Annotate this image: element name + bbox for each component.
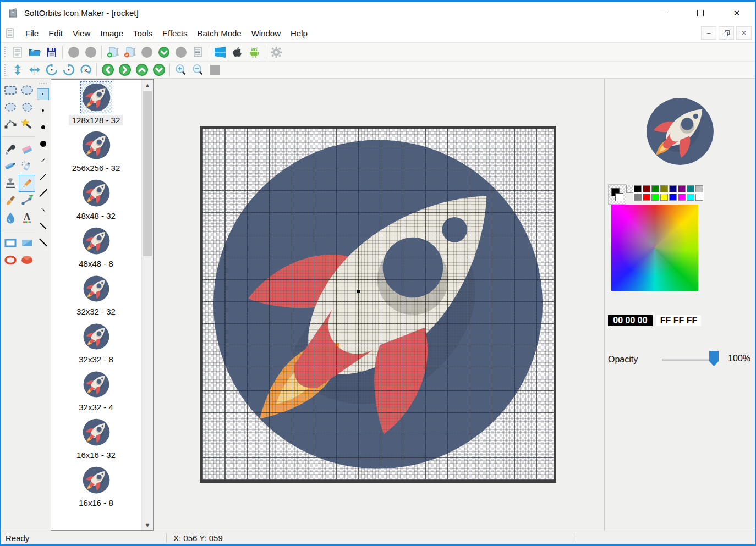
text-tool[interactable]: A bbox=[19, 209, 35, 226]
lasso-select-tool[interactable] bbox=[2, 98, 19, 115]
line-width-3-option[interactable] bbox=[37, 187, 49, 199]
palette-swatch[interactable] bbox=[677, 193, 686, 201]
stamp-tool[interactable] bbox=[2, 175, 19, 192]
menu-image[interactable]: Image bbox=[95, 25, 128, 41]
toolbar-gripper[interactable] bbox=[4, 46, 7, 58]
minimize-button[interactable] bbox=[646, 2, 682, 24]
palette-swatch[interactable] bbox=[633, 193, 642, 201]
settings-button[interactable] bbox=[267, 45, 284, 60]
background-color-swatch[interactable] bbox=[615, 193, 623, 201]
windows-format-button[interactable] bbox=[211, 45, 228, 60]
list-item[interactable]: 256x256 - 32 bbox=[51, 130, 141, 178]
blur-drop-tool[interactable] bbox=[2, 209, 19, 226]
curve-tool[interactable] bbox=[2, 115, 19, 133]
gradient-color-picker[interactable] bbox=[611, 205, 698, 291]
palette-swatch[interactable] bbox=[686, 193, 695, 201]
android-format-button[interactable] bbox=[245, 45, 262, 60]
freeform-select-tool[interactable] bbox=[19, 98, 35, 115]
redo-button-disabled[interactable] bbox=[82, 45, 99, 60]
palette-swatch[interactable] bbox=[686, 185, 695, 193]
menu-tools[interactable]: Tools bbox=[128, 25, 157, 41]
mdi-restore-button[interactable] bbox=[719, 26, 734, 40]
zoom-in-button[interactable] bbox=[172, 63, 189, 77]
list-item[interactable]: 32x32 - 32 bbox=[51, 273, 141, 321]
palette-swatch[interactable] bbox=[633, 185, 642, 193]
palette-swatch[interactable] bbox=[669, 193, 677, 201]
list-item[interactable]: 48x48 - 8 bbox=[51, 225, 141, 273]
palette-swatch[interactable] bbox=[642, 185, 651, 193]
line-width-1-option[interactable] bbox=[37, 154, 49, 166]
ellipse-select-tool[interactable] bbox=[19, 81, 35, 98]
line-width-5-option[interactable] bbox=[37, 220, 49, 232]
opacity-slider-thumb[interactable] bbox=[709, 351, 719, 366]
palette-swatch[interactable] bbox=[642, 193, 651, 201]
opacity-slider-track[interactable] bbox=[662, 359, 713, 361]
shift-down-button[interactable] bbox=[150, 63, 167, 77]
spray-can-tool[interactable] bbox=[19, 158, 35, 175]
palette-swatch[interactable] bbox=[695, 193, 704, 201]
rotate-right-button[interactable] bbox=[60, 63, 77, 77]
mdi-minimize-button[interactable]: – bbox=[701, 26, 716, 40]
add-image-button[interactable] bbox=[104, 45, 121, 60]
scroll-down-icon[interactable]: ▼ bbox=[142, 520, 153, 530]
resize-horizontal-button[interactable] bbox=[26, 63, 43, 77]
toolbar-disabled-button-3[interactable] bbox=[138, 45, 155, 60]
ellipse-filled-tool[interactable] bbox=[19, 251, 35, 268]
palette-swatch[interactable] bbox=[660, 193, 669, 201]
image-list-button[interactable] bbox=[189, 45, 206, 60]
open-button[interactable] bbox=[26, 45, 43, 60]
line-width-4-option[interactable] bbox=[37, 203, 49, 216]
eraser-tool[interactable] bbox=[19, 141, 35, 158]
size-4-option[interactable] bbox=[37, 137, 49, 150]
menu-file[interactable]: File bbox=[20, 25, 43, 41]
menu-help[interactable]: Help bbox=[286, 25, 313, 41]
rectangle-filled-tool[interactable] bbox=[19, 234, 35, 251]
palette-swatch[interactable] bbox=[695, 185, 704, 193]
list-item[interactable]: 48x48 - 32 bbox=[51, 178, 141, 225]
list-scrollbar[interactable]: ▲ ▼ bbox=[141, 80, 153, 530]
color-picker-tool[interactable] bbox=[2, 141, 19, 158]
maximize-button[interactable] bbox=[682, 2, 719, 24]
editing-canvas[interactable] bbox=[200, 126, 556, 483]
foreground-background-swatch[interactable] bbox=[608, 184, 626, 205]
brush-tool[interactable] bbox=[2, 192, 19, 209]
line-width-2-option[interactable] bbox=[37, 170, 49, 183]
rect-select-tool[interactable] bbox=[2, 81, 19, 98]
list-item[interactable]: 16x16 - 32 bbox=[51, 417, 141, 465]
palette-swatch[interactable] bbox=[669, 185, 677, 193]
connector-line-tool[interactable] bbox=[19, 192, 35, 209]
export-button[interactable] bbox=[155, 45, 172, 60]
remove-image-button[interactable] bbox=[121, 45, 138, 60]
mdi-close-button[interactable]: ✕ bbox=[736, 26, 752, 40]
rotate-left-button[interactable] bbox=[43, 63, 60, 77]
list-item[interactable]: 128x128 - 32 bbox=[51, 82, 141, 130]
scrollbar-thumb[interactable] bbox=[143, 91, 152, 256]
save-button[interactable] bbox=[43, 45, 60, 60]
size-2-option[interactable] bbox=[37, 104, 49, 117]
palette-swatch[interactable] bbox=[660, 185, 669, 193]
actual-size-button[interactable] bbox=[206, 63, 223, 77]
magic-wand-tool[interactable] bbox=[19, 115, 35, 133]
zoom-out-button[interactable] bbox=[189, 63, 206, 77]
list-item[interactable]: 16x16 - 8 bbox=[51, 465, 141, 512]
menu-effects[interactable]: Effects bbox=[157, 25, 193, 41]
toolbar-gripper[interactable] bbox=[4, 64, 7, 76]
resize-vertical-button[interactable] bbox=[9, 63, 26, 77]
list-item[interactable]: 32x32 - 8 bbox=[51, 321, 141, 369]
size-1-option[interactable] bbox=[37, 88, 49, 100]
paint-roller-tool[interactable] bbox=[2, 158, 19, 175]
apple-format-button[interactable] bbox=[228, 45, 245, 60]
rotate-custom-button[interactable]: x bbox=[77, 63, 94, 77]
close-button[interactable]: ✕ bbox=[719, 2, 755, 24]
shift-left-button[interactable] bbox=[99, 63, 116, 77]
size-3-option[interactable] bbox=[37, 121, 49, 133]
palette-swatch[interactable] bbox=[651, 193, 660, 201]
new-button[interactable] bbox=[9, 45, 26, 60]
ellipse-outline-tool[interactable] bbox=[2, 251, 19, 268]
menu-edit[interactable]: Edit bbox=[43, 25, 68, 41]
menu-view[interactable]: View bbox=[68, 25, 95, 41]
line-width-6-option[interactable] bbox=[37, 236, 49, 249]
shift-right-button[interactable] bbox=[116, 63, 133, 77]
shift-up-button[interactable] bbox=[133, 63, 150, 77]
palette-swatch[interactable] bbox=[651, 185, 660, 193]
